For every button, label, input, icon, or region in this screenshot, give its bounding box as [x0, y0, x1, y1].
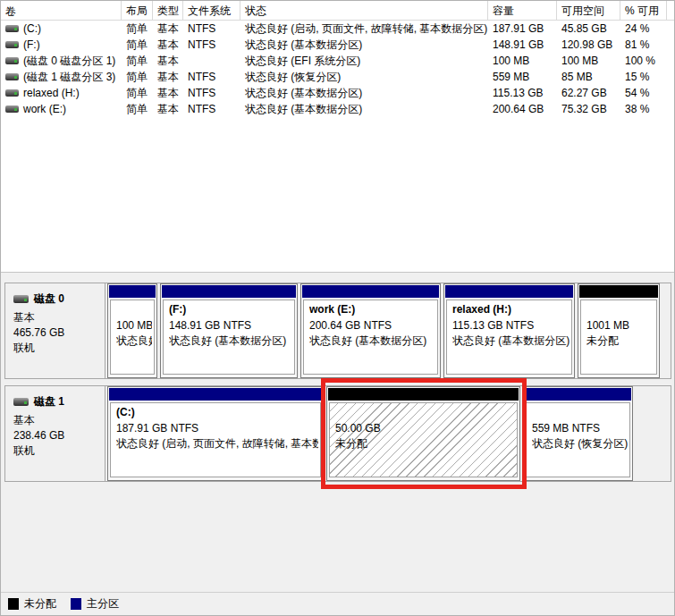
volume-pctfree: 81 % [620, 38, 667, 51]
column-header-layout[interactable]: 布局 [122, 1, 153, 20]
volume-filesystem: NTFS [183, 71, 240, 83]
volume-layout: 简单 [122, 86, 153, 101]
primary-partition-bar [525, 388, 631, 401]
partition-size: 187.91 GB NTFS [116, 421, 318, 436]
volume-filesystem: NTFS [183, 87, 240, 99]
volume-capacity: 100 MB [488, 55, 557, 67]
primary-partition-bar [109, 388, 322, 401]
partition-size: 115.13 GB NTFS [452, 318, 570, 333]
partition-unallocated-1001mb[interactable]: 1001 MB 未分配 [578, 283, 660, 378]
disk1-partition-strip: (C:) 187.91 GB NTFS 状态良好 (启动, 页面文件, 故障转储… [105, 386, 671, 481]
partition-status: 状态良好 (基本数据分区) [309, 333, 435, 349]
partition-status: 未分配 [335, 436, 515, 451]
volume-row-f[interactable]: (F:) 简单 基本 NTFS 状态良好 (基本数据分区) 148.91 GB … [1, 37, 674, 53]
volume-row-work-e[interactable]: work (E:) 简单 基本 NTFS 状态良好 (基本数据分区) 200.6… [1, 101, 674, 117]
unallocated-swatch-icon [8, 598, 19, 610]
disk-status: 联机 [13, 341, 101, 356]
volume-layout: 简单 [122, 70, 153, 85]
column-header-status[interactable]: 状态 [240, 1, 488, 20]
volume-type: 基本 [153, 21, 183, 37]
partition-name [116, 303, 152, 318]
partition-relaxed-h[interactable]: relaxed (H:) 115.13 GB NTFS 状态良好 (基本数据分区… [443, 283, 575, 378]
volume-pctfree: 100 % [620, 55, 667, 67]
partition-name: (C:) [116, 406, 318, 421]
volume-list-header: 卷 布局 类型 文件系统 状态 容量 可用空间 % 可用 [1, 1, 674, 21]
column-header-freespace[interactable]: 可用空间 [557, 1, 620, 20]
legend-bar: 未分配 主分区 [1, 592, 674, 615]
volume-capacity: 115.13 GB [488, 87, 557, 99]
partition-size: 559 MB NTFS [532, 421, 628, 436]
volume-filesystem: NTFS [183, 103, 240, 115]
disk0-label-panel[interactable]: 磁盘 0 基本 465.76 GB 联机 [5, 283, 105, 378]
volume-freespace: 62.27 GB [557, 87, 620, 99]
volume-row-c[interactable]: (C:) 简单 基本 NTFS 状态良好 (启动, 页面文件, 故障转储, 基本… [1, 21, 674, 37]
primary-partition-bar [162, 285, 296, 298]
volume-pctfree: 38 % [620, 103, 667, 115]
partition-c[interactable]: (C:) 187.91 GB NTFS 状态良好 (启动, 页面文件, 故障转储… [107, 386, 324, 481]
column-header-type[interactable]: 类型 [153, 1, 183, 20]
column-header-capacity[interactable]: 容量 [488, 1, 557, 20]
partition-status: 状态良好 [116, 333, 152, 349]
volume-status: 状态良好 (基本数据分区) [240, 38, 488, 53]
partition-f[interactable]: (F:) 148.91 GB NTFS 状态良好 (基本数据分区) [160, 283, 298, 378]
volume-row-disk1-part3[interactable]: (磁盘 1 磁盘分区 3) 简单 基本 NTFS 状态良好 (恢复分区) 559… [1, 69, 674, 85]
volume-freespace: 75.32 GB [557, 103, 620, 115]
disk-status: 联机 [13, 443, 101, 459]
partition-name [586, 303, 654, 318]
volume-filesystem: NTFS [183, 38, 240, 51]
volume-row-disk0-part1[interactable]: (磁盘 0 磁盘分区 1) 简单 基本 状态良好 (EFI 系统分区) 100 … [1, 53, 674, 69]
volume-layout: 简单 [122, 102, 153, 117]
primary-partition-swatch-icon [71, 598, 81, 610]
partition-name: relaxed (H:) [452, 303, 570, 318]
volume-freespace: 45.85 GB [557, 22, 620, 35]
primary-partition-bar [445, 285, 573, 298]
volume-icon [5, 41, 19, 48]
disk-type: 基本 [13, 413, 101, 428]
volume-name: (磁盘 0 磁盘分区 1) [23, 54, 115, 69]
partition-name [532, 406, 628, 421]
volume-capacity: 559 MB [488, 71, 557, 83]
column-header-pctfree[interactable]: % 可用 [620, 1, 667, 20]
volume-status: 状态良好 (EFI 系统分区) [240, 54, 488, 69]
disk-row-1: 磁盘 1 基本 238.46 GB 联机 (C:) 187.91 GB NTFS… [4, 385, 671, 482]
volume-status: 状态良好 (恢复分区) [240, 70, 488, 85]
volume-name: relaxed (H:) [23, 87, 80, 99]
partition-name [335, 406, 515, 421]
disk-size: 465.76 GB [13, 325, 101, 341]
volume-layout: 简单 [122, 21, 153, 37]
partition-efi-100mb[interactable]: 100 MB 状态良好 [107, 283, 157, 378]
volume-icon [5, 105, 19, 113]
unallocated-bar [579, 285, 658, 298]
volume-name: work (E:) [23, 103, 66, 115]
column-header-filler [667, 1, 674, 20]
volume-icon [5, 25, 19, 32]
volume-layout: 简单 [122, 54, 153, 69]
legend-label-primary: 主分区 [87, 596, 119, 612]
partition-size: 100 MB [116, 318, 152, 333]
volume-icon [5, 57, 19, 64]
disk0-partition-strip: 100 MB 状态良好 (F:) 148.91 GB NTFS 状态良好 (基本… [105, 283, 671, 378]
disk-row-0: 磁盘 0 基本 465.76 GB 联机 100 MB 状态良好 [4, 283, 671, 379]
partition-unallocated-50gb[interactable]: 50.00 GB 未分配 [326, 386, 520, 481]
volume-name: (F:) [23, 38, 40, 51]
disk-type: 基本 [13, 310, 101, 325]
volume-layout: 简单 [122, 38, 153, 53]
primary-partition-bar [109, 285, 156, 298]
selected-unallocated-body: 50.00 GB 未分配 [329, 402, 518, 477]
volume-type: 基本 [153, 38, 183, 53]
disk-name: 磁盘 0 [34, 291, 64, 307]
volume-row-relaxed-h[interactable]: relaxed (H:) 简单 基本 NTFS 状态良好 (基本数据分区) 11… [1, 85, 674, 101]
volume-pctfree: 54 % [620, 87, 667, 99]
column-header-volume[interactable]: 卷 [1, 1, 122, 20]
volume-capacity: 200.64 GB [488, 103, 557, 115]
disk-size: 238.46 GB [13, 428, 101, 443]
disk1-label-panel[interactable]: 磁盘 1 基本 238.46 GB 联机 [5, 386, 105, 481]
column-header-filesystem[interactable]: 文件系统 [183, 1, 240, 20]
partition-recovery-559mb[interactable]: 559 MB NTFS 状态良好 (恢复分区) [523, 386, 633, 481]
partition-status: 状态良好 (基本数据分区) [452, 333, 570, 349]
volume-freespace: 120.98 GB [557, 38, 620, 51]
partition-size: 148.91 GB NTFS [169, 318, 292, 333]
volume-icon [5, 89, 19, 97]
partition-work-e[interactable]: work (E:) 200.64 GB NTFS 状态良好 (基本数据分区) [300, 283, 441, 378]
volume-type: 基本 [153, 86, 183, 101]
